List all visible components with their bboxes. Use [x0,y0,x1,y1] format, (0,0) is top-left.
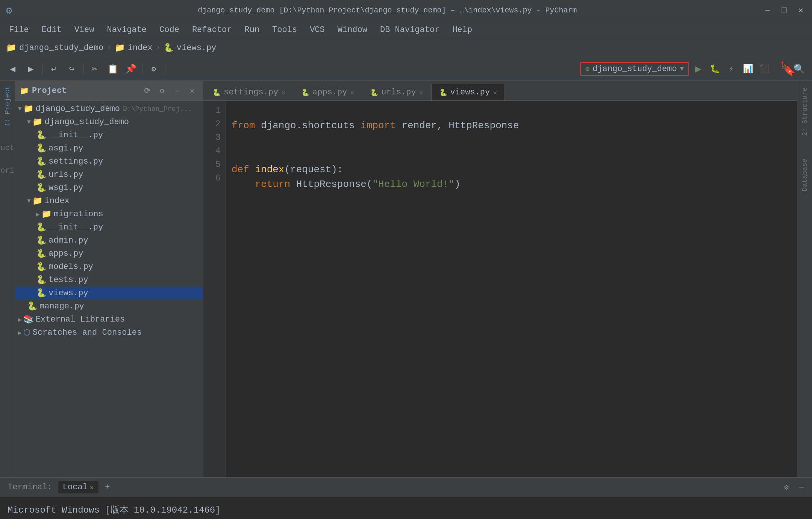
nav-project[interactable]: django_study_demo [19,43,103,53]
line-num-2: 2 [203,117,221,131]
menu-run[interactable]: Run [239,23,266,37]
index-folder-arrow: ▼ [27,198,31,205]
migrations-arrow: ▶ [36,211,40,218]
terminal-settings-btn[interactable]: ⚙ [780,481,792,493]
editor-area: 🐍 settings.py ✕ 🐍 apps.py ✕ 🐍 urls.py ✕ … [203,81,797,477]
menu-db-navigator[interactable]: DB Navigator [374,23,445,37]
run-button[interactable]: ▶ [691,61,706,76]
tab-urls-py[interactable]: 🐍 urls.py ✕ [362,84,431,100]
menu-tools[interactable]: Tools [266,23,303,37]
menu-window[interactable]: Window [332,23,373,37]
code-content[interactable]: from django.shortcuts import render, Htt… [226,101,797,477]
menu-edit[interactable]: Edit [36,23,68,37]
right-structure-label[interactable]: 2: Structure [800,84,810,139]
tree-settings-py[interactable]: 🐍 settings.py [15,155,203,168]
project-view-icon[interactable]: 1: Project [2,84,13,128]
tests-py-icon: 🐍 [36,275,46,285]
debug-button[interactable]: 🐛 [707,61,722,76]
navbar: 📁 django_study_demo › 📁 index › 🐍 views.… [0,39,812,57]
tree-manage-py[interactable]: 🐍 manage.py [15,300,203,313]
project-header-actions: ⟳ ⚙ — ✕ [141,85,198,97]
ext-libs-label: External Libraries [36,315,125,324]
toolbar-settings-btn[interactable]: ⚙ [145,61,162,77]
menu-navigate[interactable]: Navigate [101,23,153,37]
tree-migrations-folder[interactable]: ▶ 📁 migrations [15,208,203,221]
tree-tests-py[interactable]: 🐍 tests.py [15,273,203,287]
nav-file-icon: 🐍 [164,43,174,53]
tab-views-py[interactable]: 🐍 views.py ✕ [431,84,505,100]
tree-admin-py[interactable]: 🐍 admin.py [15,234,203,247]
tab-apps-py-close[interactable]: ✕ [350,88,354,97]
right-database-label[interactable]: Database [800,156,810,194]
minimize-button[interactable]: — [762,5,773,16]
terminal-hide-btn[interactable]: — [795,481,807,493]
run-config-dropdown[interactable]: ▼ [680,65,684,73]
maximize-button[interactable]: □ [779,5,789,16]
code-line-3 [232,149,238,161]
toolbar-forward-btn[interactable]: ▶ [23,61,39,77]
tree-init-py[interactable]: 🐍 __init__.py [15,129,203,142]
toolbar-copy-btn[interactable]: 📋 [105,61,121,77]
terminal-local-close[interactable]: ✕ [90,483,94,492]
tree-index-folder[interactable]: ▼ 📁 index [15,194,203,208]
menu-code[interactable]: Code [153,23,185,37]
nav-sep-2: › [156,43,161,53]
project-collapse-btn[interactable]: — [171,85,183,97]
terminal-tab-local[interactable]: Local ✕ [58,481,98,493]
tab-settings-py-label: settings.py [224,88,278,97]
close-button[interactable]: ✕ [795,5,806,16]
tab-apps-py[interactable]: 🐍 apps.py ✕ [293,84,362,100]
toolbar-sep-3 [142,63,142,75]
line-num-6: 6 [203,171,221,185]
terminal-line-1: Microsoft Windows [版本 10.0.19042.1466] [8,503,804,517]
tree-wsgi-py[interactable]: 🐍 wsgi.py [15,181,203,194]
tree-external-libs[interactable]: ▶ 📚 External Libraries [15,313,203,326]
toolbar-paste-btn[interactable]: 📌 [123,61,139,77]
tree-root[interactable]: ▼ 📁 django_study_demo D:\Python_Proj... [15,102,203,115]
menu-help[interactable]: Help [446,23,478,37]
project-tree: ▼ 📁 django_study_demo D:\Python_Proj... … [15,101,203,477]
structure-icon[interactable]: 2: Structure [1,137,14,150]
tab-settings-py-close[interactable]: ✕ [281,88,285,97]
line-num-3: 3 [203,131,221,144]
tab-views-py-close[interactable]: ✕ [493,88,497,97]
stop-button[interactable]: ⬛ [757,61,772,76]
tab-urls-py-close[interactable]: ✕ [419,88,423,97]
toolbar-redo-btn[interactable]: ↪ [64,61,80,77]
settings-py-label: settings.py [48,157,103,166]
menubar: File Edit View Navigate Code Refactor Ru… [0,21,812,39]
tree-index-init-py[interactable]: 🐍 __init__.py [15,221,203,234]
tree-views-py[interactable]: 🐍 views.py [15,287,203,300]
project-sync-btn[interactable]: ⟳ [141,85,153,97]
project-settings-btn[interactable]: ⚙ [156,85,168,97]
tree-django-folder[interactable]: ▼ 📁 django_study_demo [15,115,203,129]
terminal-add-tab[interactable]: + [102,481,114,493]
toolbar-undo-btn[interactable]: ↩ [45,61,62,77]
tree-apps-py[interactable]: 🐍 apps.py [15,247,203,260]
menu-file[interactable]: File [3,23,35,37]
toolbar-back-btn[interactable]: ◀ [5,61,21,77]
coverage-button[interactable]: ⚡ [724,61,739,76]
terminal-content[interactable]: Microsoft Windows [版本 10.0.19042.1466] (… [0,497,812,519]
toolbar-sep-1 [42,63,42,75]
tree-scratches[interactable]: ▶ ⬡ Scratches and Consoles [15,326,203,339]
nav-file[interactable]: views.py [177,43,217,53]
tree-models-py[interactable]: 🐍 models.py [15,260,203,273]
menu-view[interactable]: View [68,23,100,37]
tree-asgi-py[interactable]: 🐍 asgi.py [15,142,203,155]
apps-py-icon: 🐍 [36,249,46,259]
line-num-5: 5 [203,158,221,171]
toolbar-cut-btn[interactable]: ✂ [86,61,103,77]
menu-refactor[interactable]: Refactor [186,23,238,37]
profile-button[interactable]: 📊 [740,61,755,76]
code-editor[interactable]: 1 2 3 4 5 6 from django.shortcuts import… [203,101,797,477]
tab-settings-py[interactable]: 🐍 settings.py ✕ [205,84,293,100]
app-icon: ⚙ [6,4,12,17]
menu-vcs[interactable]: VCS [304,23,331,37]
project-hide-btn[interactable]: ✕ [186,85,198,97]
code-line-4: def index(request): [232,164,343,175]
tree-urls-py[interactable]: 🐍 urls.py [15,168,203,181]
index-init-icon: 🐍 [36,222,46,232]
nav-folder[interactable]: index [128,43,153,53]
favorites-icon[interactable]: 2: Favorites [1,159,14,173]
